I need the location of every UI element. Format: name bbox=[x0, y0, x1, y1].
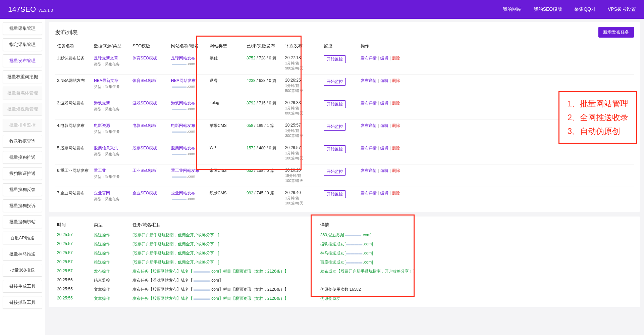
log-type: 发布操作 bbox=[92, 303, 130, 304]
delete-link[interactable]: 删除 bbox=[392, 168, 400, 173]
sidebar-item[interactable]: 搜狗验证推送 bbox=[3, 167, 42, 180]
domain-sub: ▬▬▬▬.com bbox=[171, 62, 206, 66]
sidebar-item[interactable]: 收录数据查询 bbox=[3, 135, 42, 148]
sidebar-item[interactable]: 批量采集管理 bbox=[3, 22, 42, 35]
delete-link[interactable]: 删除 bbox=[392, 78, 400, 83]
detail-link[interactable]: 发布详情 bbox=[361, 78, 377, 83]
topnav-item[interactable]: 我的网站 bbox=[503, 6, 522, 12]
site-link[interactable]: 重工业网站发布 bbox=[171, 168, 199, 173]
sidebar-item[interactable]: 链接抓取工具 bbox=[3, 296, 42, 309]
topnav-item[interactable]: 我的SEO模版 bbox=[534, 6, 562, 12]
detail-link[interactable]: 发布详情 bbox=[361, 146, 377, 150]
monitor-button[interactable]: 开始监控 bbox=[324, 145, 346, 153]
monitor-button[interactable]: 开始监控 bbox=[324, 55, 346, 63]
domain-sub: ▬▬▬▬.com bbox=[171, 174, 206, 178]
template-link[interactable]: 体育SEO模板 bbox=[132, 56, 157, 60]
log-column-header: 任务/域名/栏目 bbox=[130, 219, 318, 231]
main-content: 发布列表 新增发布任务 任务名称数据来源/类型SEO模版网站名称/域名网站类型已… bbox=[45, 19, 644, 335]
sidebar-item[interactable]: 批量搜狗反馈 bbox=[3, 183, 42, 196]
log-time: 20:25:57 bbox=[55, 249, 92, 258]
sidebar-item[interactable]: 批量360推送 bbox=[3, 264, 42, 277]
sidebar-item[interactable]: 批量权重词挖掘 bbox=[3, 70, 42, 83]
source-link[interactable]: 重工业 bbox=[94, 168, 106, 173]
monitor-button[interactable]: 开始监控 bbox=[324, 190, 346, 198]
topnav-item[interactable]: VPS拨号设置 bbox=[608, 6, 636, 12]
template-link[interactable]: 工业SEO模板 bbox=[132, 168, 157, 173]
brand-title: 147SEO bbox=[8, 5, 36, 14]
sidebar-item[interactable]: 批量搜狗绑站 bbox=[3, 216, 42, 228]
monitor-button[interactable]: 开始监控 bbox=[324, 78, 346, 86]
site-link[interactable]: NBA网站发布 bbox=[171, 78, 196, 83]
log-type: 发布操作 bbox=[92, 267, 130, 276]
edit-link[interactable]: 编辑 bbox=[380, 168, 388, 173]
site-link[interactable]: 电影网站发布 bbox=[171, 123, 195, 128]
edit-link[interactable]: 编辑 bbox=[380, 123, 388, 128]
add-publish-task-button[interactable]: 新增发布任务 bbox=[598, 27, 634, 38]
log-time: 20:25:57 bbox=[55, 258, 92, 267]
publish-stats: 4238 / 628 / 0 篇 bbox=[245, 75, 283, 97]
detail-link[interactable]: 发布详情 bbox=[361, 191, 377, 195]
log-time: 20:25:57 bbox=[55, 240, 92, 249]
monitor-button[interactable]: 开始监控 bbox=[324, 100, 346, 108]
template-link[interactable]: 电影SEO模板 bbox=[132, 123, 157, 128]
detail-link[interactable]: 发布详情 bbox=[361, 168, 377, 173]
delete-link[interactable]: 删除 bbox=[392, 56, 400, 60]
table-row: 2.NBA网站发布NBA最新文章类型：采集任务体育SEO模板NBA网站发布▬▬▬… bbox=[55, 75, 634, 97]
sidebar-item: 批量自媒体管理 bbox=[3, 87, 42, 99]
delete-link[interactable]: 删除 bbox=[392, 101, 400, 105]
delete-link[interactable]: 删除 bbox=[392, 123, 400, 128]
delete-link[interactable]: 删除 bbox=[392, 146, 400, 150]
log-task: [股票开户新手避坑指南，低佣金开户攻略分享！] bbox=[130, 249, 318, 258]
table-row: 7.企业网站发布企业官网类型：采集任务企业SEO模板企业网站发布▬▬▬▬.com… bbox=[55, 187, 634, 209]
sidebar-item[interactable]: 链接生成工具 bbox=[3, 280, 42, 293]
edit-link[interactable]: 编辑 bbox=[380, 191, 388, 195]
source-link[interactable]: 电影资源 bbox=[94, 123, 110, 128]
log-detail: 搜狗推送成功[▬▬▬▬.com] bbox=[318, 240, 634, 249]
detail-link[interactable]: 发布详情 bbox=[361, 123, 377, 128]
top-nav: 我的网站我的SEO模版采集QQ群VPS拨号设置 bbox=[503, 6, 636, 12]
source-link[interactable]: NBA最新文章 bbox=[94, 78, 118, 83]
template-link[interactable]: 体育SEO模板 bbox=[132, 78, 157, 83]
template-link[interactable]: 游戏SEO模板 bbox=[132, 101, 157, 105]
source-sub: 类型：采集任务 bbox=[94, 62, 128, 67]
delete-link[interactable]: 删除 bbox=[392, 191, 400, 195]
template-link[interactable]: 企业SEO模板 bbox=[132, 191, 157, 195]
edit-link[interactable]: 编辑 bbox=[380, 101, 388, 105]
next-time: 20:26:401分钟/篇 100篇/每天 bbox=[283, 187, 322, 209]
log-row: 20:25:55文章操作发布任务【股票网站发布】域名【▬▬▬▬.com】栏目【股… bbox=[55, 285, 634, 294]
edit-link[interactable]: 编辑 bbox=[380, 56, 388, 60]
topnav-item[interactable]: 采集QQ群 bbox=[574, 6, 596, 12]
sidebar-item[interactable]: 批量搜狗投诉 bbox=[3, 199, 42, 212]
source-link[interactable]: 股票信息采集 bbox=[94, 146, 118, 150]
template-link[interactable]: 股票SEO模板 bbox=[132, 146, 157, 150]
source-sub: 类型：采集任务 bbox=[94, 152, 128, 157]
site-link[interactable]: 企业网站发布 bbox=[171, 191, 195, 195]
log-detail: 开始发布【股票开户新手避坑指南，低佣金开户攻略分享！】 bbox=[318, 303, 634, 304]
site-type: 织梦CMS bbox=[208, 187, 245, 209]
sidebar-item[interactable]: 批量搜狗推送 bbox=[3, 151, 42, 164]
monitor-button[interactable]: 开始监控 bbox=[324, 168, 346, 176]
table-row: 1.默认发布任务足球最新文章类型：采集任务体育SEO模板足球网站发布▬▬▬▬.c… bbox=[55, 52, 634, 75]
edit-link[interactable]: 编辑 bbox=[380, 78, 388, 83]
log-type: 推送操作 bbox=[92, 249, 130, 258]
publish-stats: 658 / 189 / 1 篇 bbox=[245, 119, 283, 142]
sidebar-item[interactable]: 指定采集管理 bbox=[3, 38, 42, 51]
site-link[interactable]: 股票网站发布 bbox=[171, 146, 195, 150]
source-sub: 类型：采集任务 bbox=[94, 84, 128, 89]
source-link[interactable]: 足球最新文章 bbox=[94, 56, 118, 60]
detail-link[interactable]: 发布详情 bbox=[361, 101, 377, 105]
column-header: 已/未/失败发布 bbox=[245, 40, 283, 52]
column-header: 操作 bbox=[359, 40, 634, 52]
site-link[interactable]: 游戏网站发布 bbox=[171, 101, 195, 105]
log-detail: 神马推送成功[▬▬▬▬.com] bbox=[318, 249, 634, 258]
edit-link[interactable]: 编辑 bbox=[380, 146, 388, 150]
sidebar-item[interactable]: 批量神马推送 bbox=[3, 248, 42, 260]
monitor-button[interactable]: 开始监控 bbox=[324, 123, 346, 131]
publish-list-panel: 发布列表 新增发布任务 任务名称数据来源/类型SEO模版网站名称/域名网站类型已… bbox=[49, 22, 640, 212]
source-link[interactable]: 企业官网 bbox=[94, 191, 110, 195]
source-link[interactable]: 游戏最新 bbox=[94, 101, 110, 105]
detail-link[interactable]: 发布详情 bbox=[361, 56, 377, 60]
sidebar-item[interactable]: 百度API推送 bbox=[3, 232, 42, 244]
site-link[interactable]: 足球网站发布 bbox=[171, 56, 195, 60]
sidebar-item[interactable]: 批量发布管理 bbox=[3, 54, 42, 67]
